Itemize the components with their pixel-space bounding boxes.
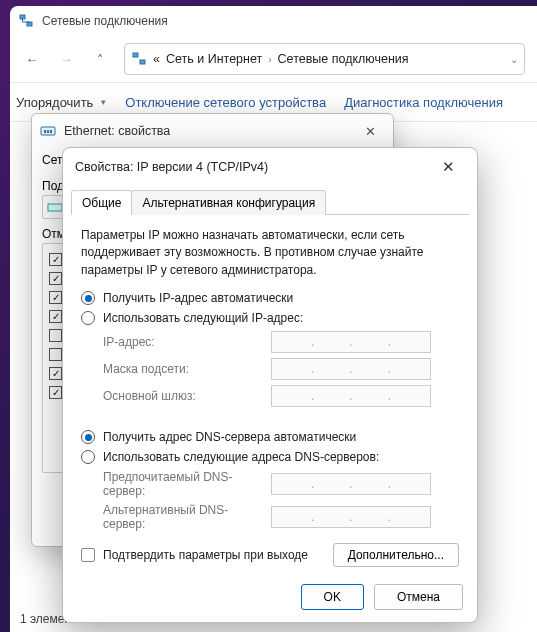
advanced-button[interactable]: Дополнительно... [333, 543, 459, 567]
svg-rect-6 [47, 130, 49, 133]
svg-rect-5 [44, 130, 46, 133]
radio-dns-auto[interactable] [81, 430, 95, 444]
radio-dns-auto-row[interactable]: Получить адрес DNS-сервера автоматически [81, 430, 459, 444]
ip-address-label: IP-адрес: [103, 335, 263, 349]
radio-dns-auto-label: Получить адрес DNS-сервера автоматически [103, 430, 356, 444]
svg-rect-8 [48, 204, 62, 211]
radio-dns-manual[interactable] [81, 450, 95, 464]
preferred-dns-input: ... [271, 473, 431, 495]
ipv4-titlebar: Свойства: IP версии 4 (TCP/IPv4) ✕ [63, 148, 477, 186]
checkbox[interactable] [49, 310, 62, 323]
chevron-right-icon: › [268, 54, 271, 65]
tab-general[interactable]: Общие [71, 190, 132, 215]
checkbox[interactable] [49, 291, 62, 304]
ipv4-properties-window: Свойства: IP версии 4 (TCP/IPv4) ✕ Общие… [62, 147, 478, 623]
gateway-label: Основной шлюз: [103, 389, 263, 403]
subnet-mask-input: ... [271, 358, 431, 380]
ipv4-tabstrip: Общие Альтернативная конфигурация [63, 186, 477, 214]
ipv4-footer: OK Отмена [301, 584, 463, 610]
cancel-button[interactable]: Отмена [374, 584, 463, 610]
ipv4-info-text: Параметры IP можно назначать автоматичес… [81, 227, 459, 279]
chevron-down-icon: ▼ [99, 98, 107, 107]
radio-ip-auto-row[interactable]: Получить IP-адрес автоматически [81, 291, 459, 305]
checkbox[interactable] [49, 329, 62, 342]
svg-rect-0 [20, 15, 25, 19]
validate-on-exit-checkbox[interactable] [81, 548, 95, 562]
ok-button[interactable]: OK [301, 584, 364, 610]
radio-ip-auto[interactable] [81, 291, 95, 305]
radio-ip-manual-row[interactable]: Использовать следующий IP-адрес: [81, 311, 459, 325]
back-button[interactable]: ← [16, 43, 48, 75]
checkbox[interactable] [49, 386, 62, 399]
checkbox[interactable] [49, 272, 62, 285]
subnet-mask-label: Маска подсети: [103, 362, 263, 376]
ethernet-icon [40, 123, 56, 139]
ipv4-tab-content: Параметры IP можно назначать автоматичес… [63, 215, 477, 579]
breadcrumb-seg2[interactable]: Сетевые подключения [278, 52, 409, 66]
radio-ip-manual-label: Использовать следующий IP-адрес: [103, 311, 303, 325]
explorer-nav: ← → ˄ « Сеть и Интернет › Сетевые подклю… [10, 36, 537, 82]
svg-rect-3 [140, 60, 145, 64]
ethernet-props-title: Ethernet: свойства [64, 124, 170, 138]
diagnose-button[interactable]: Диагностика подключения [344, 95, 503, 110]
radio-ip-manual[interactable] [81, 311, 95, 325]
close-icon[interactable]: ✕ [355, 119, 385, 143]
checkbox[interactable] [49, 367, 62, 380]
disable-device-button[interactable]: Отключение сетевого устройства [125, 95, 326, 110]
svg-rect-7 [50, 130, 52, 133]
network-connections-icon [18, 13, 34, 29]
radio-dns-manual-label: Использовать следующие адреса DNS-сервер… [103, 450, 379, 464]
validate-on-exit-label: Подтвердить параметры при выходе [103, 548, 308, 562]
up-button[interactable]: ˄ [84, 43, 116, 75]
explorer-title: Сетевые подключения [42, 14, 168, 28]
breadcrumb-prefix: « [153, 52, 160, 66]
organize-menu[interactable]: Упорядочить▼ [16, 95, 107, 110]
ip-address-input: ... [271, 331, 431, 353]
gateway-input: ... [271, 385, 431, 407]
breadcrumb[interactable]: « Сеть и Интернет › Сетевые подключения … [124, 43, 525, 75]
radio-dns-manual-row[interactable]: Использовать следующие адреса DNS-сервер… [81, 450, 459, 464]
breadcrumb-seg1[interactable]: Сеть и Интернет [166, 52, 262, 66]
chevron-down-icon[interactable]: ⌄ [510, 54, 518, 65]
svg-rect-2 [133, 53, 138, 57]
tab-alternate-config[interactable]: Альтернативная конфигурация [131, 190, 326, 215]
ethernet-props-titlebar: Ethernet: свойства ✕ [32, 114, 393, 148]
ipv4-window-title: Свойства: IP версии 4 (TCP/IPv4) [75, 160, 268, 174]
forward-button[interactable]: → [50, 43, 82, 75]
radio-ip-auto-label: Получить IP-адрес автоматически [103, 291, 293, 305]
preferred-dns-label: Предпочитаемый DNS-сервер: [103, 470, 263, 498]
network-icon [131, 51, 147, 67]
svg-rect-1 [27, 22, 32, 26]
alternate-dns-label: Альтернативный DNS-сервер: [103, 503, 263, 531]
explorer-titlebar: Сетевые подключения [10, 6, 537, 36]
checkbox[interactable] [49, 253, 62, 266]
checkbox[interactable] [49, 348, 62, 361]
close-icon[interactable]: ✕ [431, 153, 465, 181]
alternate-dns-input: ... [271, 506, 431, 528]
adapter-icon [47, 199, 63, 215]
